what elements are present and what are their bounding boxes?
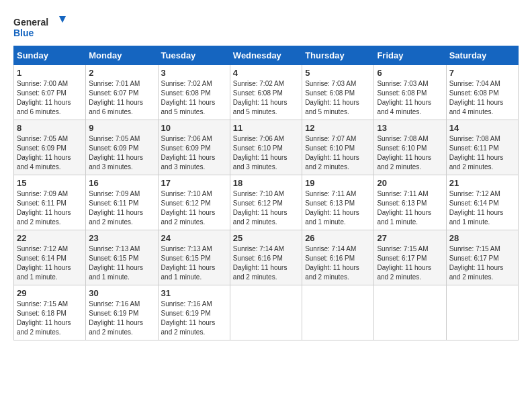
day-number: 8	[17, 123, 83, 133]
day-number: 29	[17, 288, 83, 298]
day-number: 19	[305, 178, 371, 188]
day-info: Sunrise: 7:16 AMSunset: 6:19 PMDaylight:…	[161, 300, 227, 337]
day-number: 27	[377, 233, 443, 243]
day-number: 12	[305, 123, 371, 133]
day-info: Sunrise: 7:02 AMSunset: 6:08 PMDaylight:…	[161, 79, 227, 117]
day-info: Sunrise: 7:14 AMSunset: 6:16 PMDaylight:…	[305, 244, 371, 282]
day-info: Sunrise: 7:07 AMSunset: 6:10 PMDaylight:…	[305, 134, 371, 172]
day-number: 20	[377, 178, 443, 188]
weekday-header: Sunday	[14, 46, 86, 65]
day-info: Sunrise: 7:01 AMSunset: 6:07 PMDaylight:…	[89, 79, 154, 117]
day-number: 26	[305, 233, 371, 243]
day-number: 14	[449, 123, 515, 133]
day-info: Sunrise: 7:03 AMSunset: 6:08 PMDaylight:…	[377, 79, 443, 117]
day-info: Sunrise: 7:03 AMSunset: 6:08 PMDaylight:…	[305, 79, 371, 117]
weekday-header: Tuesday	[158, 46, 230, 65]
calendar-week-row: 8Sunrise: 7:05 AMSunset: 6:09 PMDaylight…	[14, 120, 519, 175]
weekday-header: Friday	[374, 46, 446, 65]
day-number: 15	[17, 178, 83, 188]
day-info: Sunrise: 7:10 AMSunset: 6:12 PMDaylight:…	[233, 189, 299, 227]
day-info: Sunrise: 7:12 AMSunset: 6:14 PMDaylight:…	[449, 189, 515, 227]
day-number: 18	[233, 178, 299, 188]
day-info: Sunrise: 7:10 AMSunset: 6:12 PMDaylight:…	[161, 189, 227, 227]
day-info: Sunrise: 7:09 AMSunset: 6:11 PMDaylight:…	[89, 189, 154, 227]
day-number: 4	[233, 68, 299, 78]
calendar-day-cell: 17Sunrise: 7:10 AMSunset: 6:12 PMDayligh…	[158, 175, 230, 230]
day-number: 2	[89, 68, 154, 78]
svg-text:General: General	[13, 17, 48, 28]
svg-marker-2	[59, 16, 66, 23]
day-info: Sunrise: 7:16 AMSunset: 6:19 PMDaylight:…	[89, 300, 154, 337]
calendar-day-cell	[446, 285, 518, 340]
calendar-day-cell: 28Sunrise: 7:15 AMSunset: 6:17 PMDayligh…	[446, 230, 518, 285]
weekday-row: SundayMondayTuesdayWednesdayThursdayFrid…	[14, 46, 519, 65]
day-number: 25	[233, 233, 299, 243]
day-number: 24	[161, 233, 227, 243]
calendar-day-cell: 11Sunrise: 7:06 AMSunset: 6:10 PMDayligh…	[230, 120, 302, 175]
calendar-day-cell: 13Sunrise: 7:08 AMSunset: 6:10 PMDayligh…	[374, 120, 446, 175]
day-number: 7	[449, 68, 515, 78]
day-number: 28	[449, 233, 515, 243]
calendar-day-cell: 21Sunrise: 7:12 AMSunset: 6:14 PMDayligh…	[446, 175, 518, 230]
day-number: 6	[377, 68, 443, 78]
calendar-day-cell	[302, 285, 374, 340]
calendar-week-row: 1Sunrise: 7:00 AMSunset: 6:07 PMDaylight…	[14, 65, 519, 120]
weekday-header: Thursday	[302, 46, 374, 65]
day-info: Sunrise: 7:15 AMSunset: 6:17 PMDaylight:…	[377, 244, 443, 282]
calendar-day-cell: 6Sunrise: 7:03 AMSunset: 6:08 PMDaylight…	[374, 65, 446, 120]
calendar-day-cell: 31Sunrise: 7:16 AMSunset: 6:19 PMDayligh…	[158, 285, 230, 340]
weekday-header: Saturday	[446, 46, 518, 65]
day-info: Sunrise: 7:14 AMSunset: 6:16 PMDaylight:…	[233, 244, 299, 282]
calendar-table: SundayMondayTuesdayWednesdayThursdayFrid…	[13, 46, 519, 340]
calendar-day-cell: 27Sunrise: 7:15 AMSunset: 6:17 PMDayligh…	[374, 230, 446, 285]
day-number: 11	[233, 123, 299, 133]
day-number: 3	[161, 68, 227, 78]
calendar-week-row: 22Sunrise: 7:12 AMSunset: 6:14 PMDayligh…	[14, 230, 519, 285]
calendar-day-cell: 3Sunrise: 7:02 AMSunset: 6:08 PMDaylight…	[158, 65, 230, 120]
calendar-day-cell	[230, 285, 302, 340]
day-info: Sunrise: 7:05 AMSunset: 6:09 PMDaylight:…	[17, 134, 83, 172]
day-number: 23	[89, 233, 154, 243]
day-number: 5	[305, 68, 371, 78]
day-info: Sunrise: 7:11 AMSunset: 6:13 PMDaylight:…	[305, 189, 371, 227]
calendar-day-cell: 5Sunrise: 7:03 AMSunset: 6:08 PMDaylight…	[302, 65, 374, 120]
day-info: Sunrise: 7:06 AMSunset: 6:09 PMDaylight:…	[161, 134, 227, 172]
calendar-week-row: 15Sunrise: 7:09 AMSunset: 6:11 PMDayligh…	[14, 175, 519, 230]
day-info: Sunrise: 7:11 AMSunset: 6:13 PMDaylight:…	[377, 189, 443, 227]
day-info: Sunrise: 7:12 AMSunset: 6:14 PMDaylight:…	[17, 244, 83, 282]
day-number: 31	[161, 288, 227, 298]
calendar-day-cell: 10Sunrise: 7:06 AMSunset: 6:09 PMDayligh…	[158, 120, 230, 175]
day-info: Sunrise: 7:06 AMSunset: 6:10 PMDaylight:…	[233, 134, 299, 172]
calendar-day-cell: 23Sunrise: 7:13 AMSunset: 6:15 PMDayligh…	[86, 230, 158, 285]
day-number: 1	[17, 68, 83, 78]
day-number: 16	[89, 178, 154, 188]
calendar-day-cell: 2Sunrise: 7:01 AMSunset: 6:07 PMDaylight…	[86, 65, 158, 120]
calendar-day-cell: 19Sunrise: 7:11 AMSunset: 6:13 PMDayligh…	[302, 175, 374, 230]
calendar-day-cell: 14Sunrise: 7:08 AMSunset: 6:11 PMDayligh…	[446, 120, 518, 175]
logo-svg: General Blue	[13, 13, 67, 40]
calendar-day-cell: 16Sunrise: 7:09 AMSunset: 6:11 PMDayligh…	[86, 175, 158, 230]
calendar-day-cell: 22Sunrise: 7:12 AMSunset: 6:14 PMDayligh…	[14, 230, 86, 285]
day-number: 9	[89, 123, 154, 133]
day-info: Sunrise: 7:08 AMSunset: 6:11 PMDaylight:…	[449, 134, 515, 172]
day-info: Sunrise: 7:02 AMSunset: 6:08 PMDaylight:…	[233, 79, 299, 117]
weekday-header: Monday	[86, 46, 158, 65]
svg-text:Blue: Blue	[13, 28, 34, 38]
calendar-day-cell	[374, 285, 446, 340]
logo: General Blue	[13, 13, 67, 40]
calendar-day-cell: 7Sunrise: 7:04 AMSunset: 6:08 PMDaylight…	[446, 65, 518, 120]
day-info: Sunrise: 7:08 AMSunset: 6:10 PMDaylight:…	[377, 134, 443, 172]
calendar-week-row: 29Sunrise: 7:15 AMSunset: 6:18 PMDayligh…	[14, 285, 519, 340]
calendar-day-cell: 18Sunrise: 7:10 AMSunset: 6:12 PMDayligh…	[230, 175, 302, 230]
calendar-day-cell: 1Sunrise: 7:00 AMSunset: 6:07 PMDaylight…	[14, 65, 86, 120]
calendar-day-cell: 20Sunrise: 7:11 AMSunset: 6:13 PMDayligh…	[374, 175, 446, 230]
calendar-day-cell: 24Sunrise: 7:13 AMSunset: 6:15 PMDayligh…	[158, 230, 230, 285]
day-number: 21	[449, 178, 515, 188]
calendar-day-cell: 12Sunrise: 7:07 AMSunset: 6:10 PMDayligh…	[302, 120, 374, 175]
day-info: Sunrise: 7:15 AMSunset: 6:18 PMDaylight:…	[17, 300, 83, 337]
calendar-day-cell: 8Sunrise: 7:05 AMSunset: 6:09 PMDaylight…	[14, 120, 86, 175]
calendar-body: 1Sunrise: 7:00 AMSunset: 6:07 PMDaylight…	[14, 65, 519, 340]
day-info: Sunrise: 7:05 AMSunset: 6:09 PMDaylight:…	[89, 134, 154, 172]
day-info: Sunrise: 7:13 AMSunset: 6:15 PMDaylight:…	[161, 244, 227, 282]
calendar-day-cell: 30Sunrise: 7:16 AMSunset: 6:19 PMDayligh…	[86, 285, 158, 340]
